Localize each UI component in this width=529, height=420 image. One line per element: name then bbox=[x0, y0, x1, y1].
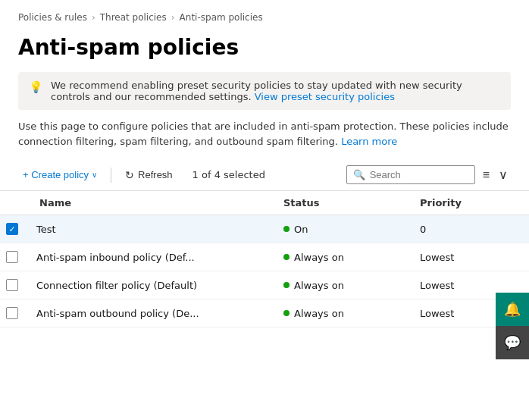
bulb-icon: 💡 bbox=[29, 80, 43, 94]
breadcrumb-sep-2: › bbox=[171, 12, 175, 23]
table-row[interactable]: Anti-spam inbound policy (Def... Always … bbox=[0, 243, 529, 271]
chat-panel-button[interactable]: 💬 bbox=[496, 326, 529, 359]
info-banner: 💡 We recommend enabling preset security … bbox=[18, 72, 511, 110]
breadcrumb-antispam-policies[interactable]: Anti-spam policies bbox=[180, 12, 263, 23]
row-status: Always on bbox=[283, 280, 420, 291]
sort-button[interactable]: ∨ bbox=[496, 166, 511, 183]
breadcrumb-policies-rules[interactable]: Policies & rules bbox=[18, 12, 87, 23]
create-policy-label: + Create policy bbox=[23, 169, 89, 180]
right-panel: 🔔 💬 bbox=[496, 293, 529, 359]
toolbar-divider bbox=[111, 168, 111, 183]
row-priority: Lowest bbox=[420, 280, 511, 291]
filter-icons: ≡ ∨ bbox=[480, 166, 511, 183]
create-chevron-icon: ∨ bbox=[92, 171, 97, 179]
row-name: Test bbox=[36, 224, 283, 235]
col-header-name: Name bbox=[36, 197, 283, 208]
col-header-checkbox bbox=[6, 197, 36, 208]
page-description: Use this page to configure policies that… bbox=[0, 119, 529, 159]
checkbox-unchecked[interactable] bbox=[6, 279, 18, 291]
row-checkbox[interactable] bbox=[6, 251, 36, 263]
search-box[interactable]: 🔍 bbox=[346, 165, 475, 184]
table-row[interactable]: Anti-spam outbound policy (De... Always … bbox=[0, 299, 529, 328]
banner-link[interactable]: View preset security policies bbox=[255, 91, 395, 102]
search-input[interactable] bbox=[370, 169, 468, 180]
table-row[interactable]: Connection filter policy (Default) Alway… bbox=[0, 271, 529, 299]
row-name: Anti-spam outbound policy (De... bbox=[36, 308, 283, 319]
table-body: Test On 0 Anti-spam inbound policy (Def.… bbox=[0, 215, 529, 328]
filter-button[interactable]: ≡ bbox=[480, 167, 493, 183]
checkbox-unchecked[interactable] bbox=[6, 307, 18, 319]
breadcrumb-sep-1: › bbox=[92, 12, 95, 23]
status-label: Always on bbox=[294, 252, 344, 263]
selected-count: 1 of 4 selected bbox=[193, 169, 265, 180]
col-header-status: Status bbox=[283, 197, 420, 208]
chat-icon: 💬 bbox=[504, 334, 521, 351]
refresh-icon: ↻ bbox=[125, 169, 134, 181]
row-status: On bbox=[283, 224, 420, 235]
checkbox-checked[interactable] bbox=[6, 223, 18, 235]
search-icon: 🔍 bbox=[353, 169, 365, 180]
page-title: Anti-spam policies bbox=[0, 29, 529, 72]
status-dot bbox=[283, 310, 290, 316]
status-label: On bbox=[294, 224, 308, 235]
status-dot bbox=[283, 282, 290, 288]
toolbar-left: + Create policy ∨ ↻ Refresh 1 of 4 selec… bbox=[18, 166, 346, 184]
status-dot bbox=[283, 226, 290, 232]
row-checkbox[interactable] bbox=[6, 279, 36, 291]
refresh-button[interactable]: ↻ Refresh bbox=[121, 166, 177, 184]
toolbar: + Create policy ∨ ↻ Refresh 1 of 4 selec… bbox=[0, 159, 529, 191]
notification-panel-button[interactable]: 🔔 bbox=[496, 293, 529, 326]
row-name: Connection filter policy (Default) bbox=[36, 280, 283, 291]
table-header: Name Status Priority bbox=[0, 191, 529, 215]
breadcrumb: Policies & rules › Threat policies › Ant… bbox=[0, 0, 529, 29]
row-priority: 0 bbox=[420, 224, 511, 235]
table-row[interactable]: Test On 0 bbox=[0, 215, 529, 243]
status-dot bbox=[283, 254, 290, 260]
row-priority: Lowest bbox=[420, 252, 511, 263]
row-status: Always on bbox=[283, 308, 420, 319]
breadcrumb-threat-policies[interactable]: Threat policies bbox=[100, 12, 167, 23]
status-label: Always on bbox=[294, 280, 344, 291]
col-header-priority: Priority bbox=[420, 197, 511, 208]
notification-icon: 🔔 bbox=[504, 301, 521, 318]
status-label: Always on bbox=[294, 308, 344, 319]
row-checkbox[interactable] bbox=[6, 223, 36, 235]
learn-more-link[interactable]: Learn more bbox=[341, 136, 397, 147]
row-status: Always on bbox=[283, 252, 420, 263]
refresh-label: Refresh bbox=[138, 169, 173, 180]
checkbox-unchecked[interactable] bbox=[6, 251, 18, 263]
row-checkbox[interactable] bbox=[6, 307, 36, 319]
create-policy-button[interactable]: + Create policy ∨ bbox=[18, 166, 102, 183]
row-name: Anti-spam inbound policy (Def... bbox=[36, 252, 283, 263]
banner-content: We recommend enabling preset security po… bbox=[51, 80, 500, 102]
